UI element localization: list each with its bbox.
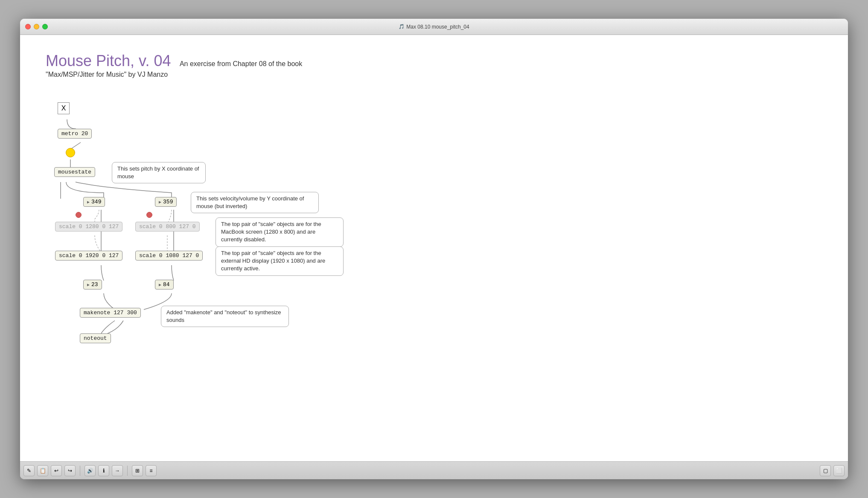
main-window: 🎵 Max 08.10 mouse_pitch_04: [20, 19, 848, 479]
makenote-object[interactable]: makenote 127 300: [80, 308, 141, 318]
noteout-object[interactable]: noteout: [80, 333, 111, 343]
maximize-button[interactable]: [42, 24, 48, 29]
toolbar: ✎ 📋 ↩ ↪ 🔊 ℹ → ⊞ ≡ ▢ ⬜: [20, 461, 848, 479]
bang-object[interactable]: [66, 148, 75, 157]
number-23[interactable]: ▶ 23: [83, 280, 102, 290]
toolbar-btn-5[interactable]: 🔊: [84, 465, 96, 476]
scale-800-object[interactable]: scale 0 800 127 0: [135, 222, 200, 232]
patch-title: Mouse Pitch, v. 04: [46, 52, 171, 69]
toolbar-btn-3[interactable]: ↩: [51, 465, 62, 476]
toolbar-btn-6[interactable]: ℹ: [98, 465, 109, 476]
patch-title-area: Mouse Pitch, v. 04 An exercise from Chap…: [46, 52, 302, 79]
patch-canvas[interactable]: Mouse Pitch, v. 04 An exercise from Chap…: [20, 35, 848, 461]
toolbar-btn-2[interactable]: 📋: [37, 465, 48, 476]
comment-pitch-x: This sets pitch by X coordinate of mouse: [112, 162, 206, 183]
patch-cords: [20, 35, 848, 461]
comment-makenote: Added "makenote" and "noteout" to synthe…: [161, 306, 289, 327]
scale-1080-object[interactable]: scale 0 1080 127 0: [135, 251, 203, 261]
traffic-lights: [25, 24, 48, 29]
toolbar-btn-7[interactable]: →: [112, 465, 123, 476]
toolbar-btn-8[interactable]: ⊞: [132, 465, 143, 476]
scale-1280-object[interactable]: scale 0 1280 0 127: [55, 222, 122, 232]
comment-macbook: The top pair of "scale" objects are for …: [216, 217, 344, 247]
disabled-dot-1: [76, 212, 82, 218]
scale-1920-object[interactable]: scale 0 1920 0 127: [55, 251, 122, 261]
comment-velocity: This sets velocity/volume by Y coordinat…: [191, 192, 319, 213]
window-title: 🎵 Max 08.10 mouse_pitch_04: [399, 24, 469, 30]
number-349[interactable]: ▶ 349: [83, 197, 105, 207]
toolbar-separator-1: [80, 466, 80, 476]
toolbar-btn-9[interactable]: ≡: [146, 465, 157, 476]
toolbar-btn-4[interactable]: ↪: [64, 465, 76, 476]
mousestate-object[interactable]: mousestate: [54, 167, 95, 177]
toolbar-btn-right-1[interactable]: ▢: [820, 465, 831, 476]
toolbar-btn-1[interactable]: ✎: [23, 465, 35, 476]
titlebar: 🎵 Max 08.10 mouse_pitch_04: [20, 19, 848, 35]
number-359[interactable]: ▶ 359: [155, 197, 177, 207]
number-84[interactable]: ▶ 84: [155, 280, 174, 290]
toggle-object[interactable]: X: [58, 102, 70, 114]
comment-hd-display: The top pair of "scale" objects are for …: [216, 246, 344, 276]
toolbar-btn-right-2[interactable]: ⬜: [833, 465, 845, 476]
close-button[interactable]: [25, 24, 31, 29]
title-icon: 🎵: [399, 24, 405, 29]
minimize-button[interactable]: [34, 24, 39, 29]
disabled-dot-2: [146, 212, 152, 218]
toolbar-separator-2: [127, 466, 128, 476]
metro-object[interactable]: metro 20: [58, 129, 92, 139]
